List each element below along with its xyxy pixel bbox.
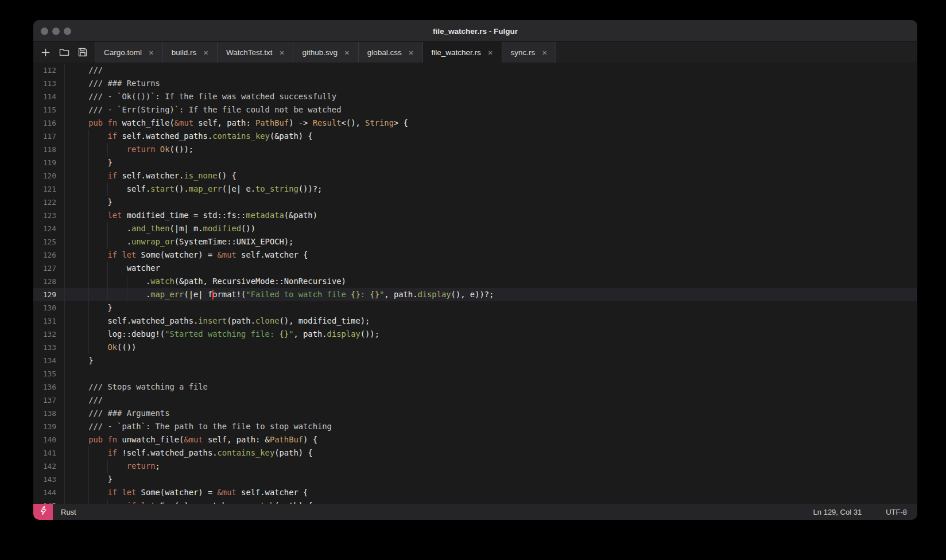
tab-close-icon[interactable]: ×	[149, 48, 154, 57]
code-line-127[interactable]: 127 watcher	[33, 262, 917, 275]
code-line-120[interactable]: 120 if self.watcher.is_none() {	[33, 169, 917, 182]
indent-guide	[88, 473, 89, 486]
line-number: 132	[33, 328, 65, 341]
code-line-123[interactable]: 123 let modified_time = std::fs::metadat…	[33, 209, 917, 222]
tab-file_watcher-rs[interactable]: file_watcher.rs×	[423, 42, 502, 63]
indent-guide	[88, 248, 89, 262]
language-label[interactable]: Rust	[61, 508, 76, 516]
tab-close-icon[interactable]: ×	[203, 48, 208, 57]
line-content: ///	[65, 394, 917, 407]
line-content: if let Some(watcher) = &mut self.watcher…	[65, 248, 917, 262]
line-content: ///	[65, 64, 917, 77]
tab-close-icon[interactable]: ×	[542, 48, 547, 57]
code-line-117[interactable]: 117 if self.watched_paths.contains_key(&…	[33, 130, 917, 143]
indent-guide	[88, 328, 89, 341]
line-content: log::debug!("Started watching file: {}",…	[65, 328, 917, 341]
line-content: /// ### Returns	[65, 77, 917, 90]
line-number: 131	[33, 314, 65, 328]
line-number: 141	[33, 446, 65, 460]
code-line-115[interactable]: 115 /// - `Err(String)`: If the file cou…	[33, 103, 917, 116]
code-line-130[interactable]: 130 }	[33, 301, 917, 314]
tab-github-svg[interactable]: github.svg×	[293, 42, 358, 63]
indent-guide	[88, 486, 89, 499]
indent-guide	[88, 262, 89, 275]
code-line-136[interactable]: 136 /// Stops watching a file	[33, 380, 917, 394]
code-line-128[interactable]: 128 .watch(&path, RecursiveMode::NonRecu…	[33, 275, 917, 288]
line-number: 116	[33, 116, 65, 130]
tab-label: sync.rs	[511, 48, 536, 57]
code-line-114[interactable]: 114 /// - `Ok(())`: If the file was watc…	[33, 90, 917, 103]
tab-close-icon[interactable]: ×	[280, 48, 285, 57]
open-file-button[interactable]	[59, 48, 69, 57]
code-line-137[interactable]: 137 ///	[33, 394, 917, 407]
tab-label: WatchTest.txt	[226, 48, 273, 57]
indent-guide	[88, 182, 89, 196]
tab-Cargo-toml[interactable]: Cargo.toml×	[95, 42, 163, 63]
indent-guide	[88, 196, 89, 209]
folder-open-icon	[59, 48, 69, 57]
cursor-position-label[interactable]: Ln 129, Col 31	[813, 508, 862, 516]
code-line-116[interactable]: 116 pub fn watch_file(&mut self, path: P…	[33, 116, 917, 130]
code-line-143[interactable]: 143 }	[33, 473, 917, 486]
code-line-131[interactable]: 131 self.watched_paths.insert(path.clone…	[33, 314, 917, 328]
code-line-145[interactable]: 145 if let Err(e) = watcher.unwatch(path…	[33, 499, 917, 504]
line-number: 115	[33, 103, 65, 116]
code-line-144[interactable]: 144 if let Some(watcher) = &mut self.wat…	[33, 486, 917, 499]
code-editor[interactable]: 112 ///113 /// ### Returns114 /// - `Ok(…	[33, 63, 917, 504]
code-line-134[interactable]: 134 }	[33, 354, 917, 367]
code-line-141[interactable]: 141 if !self.watched_paths.contains_key(…	[33, 446, 917, 460]
code-line-119[interactable]: 119 }	[33, 156, 917, 169]
tab-sync-rs[interactable]: sync.rs×	[502, 42, 557, 63]
code-line-138[interactable]: 138 /// ### Arguments	[33, 407, 917, 420]
language-badge[interactable]	[33, 504, 53, 520]
line-number: 113	[33, 77, 65, 90]
line-number: 134	[33, 354, 65, 367]
line-number: 137	[33, 394, 65, 407]
line-number: 121	[33, 182, 65, 196]
indent-guide	[88, 156, 89, 169]
line-content: let modified_time = std::fs::metadata(&p…	[65, 209, 917, 222]
line-number: 123	[33, 209, 65, 222]
tab-bar: Cargo.toml×build.rs×WatchTest.txt×github…	[33, 42, 917, 63]
line-content: /// ### Arguments	[65, 407, 917, 420]
line-number: 139	[33, 420, 65, 433]
code-line-126[interactable]: 126 if let Some(watcher) = &mut self.wat…	[33, 248, 917, 262]
save-file-button[interactable]	[78, 48, 87, 57]
line-content: /// - `Err(String)`: If the file could n…	[65, 103, 917, 116]
code-line-139[interactable]: 139 /// - `path`: The path to the file t…	[33, 420, 917, 433]
code-line-142[interactable]: 142 return;	[33, 460, 917, 473]
code-line-125[interactable]: 125 .unwrap_or(SystemTime::UNIX_EPOCH);	[33, 235, 917, 248]
line-number: 136	[33, 380, 65, 394]
code-line-129[interactable]: 129 .map_err(|e| format!("Failed to watc…	[33, 288, 917, 301]
tab-global-css[interactable]: global.css×	[359, 42, 423, 63]
code-line-133[interactable]: 133 Ok(())	[33, 341, 917, 354]
code-line-124[interactable]: 124 .and_then(|m| m.modified())	[33, 222, 917, 235]
code-line-135[interactable]: 135	[33, 367, 917, 380]
indent-guide	[88, 275, 89, 288]
line-number: 145	[33, 499, 65, 504]
code-line-113[interactable]: 113 /// ### Returns	[33, 77, 917, 90]
tab-WatchTest-txt[interactable]: WatchTest.txt×	[218, 42, 293, 63]
indent-guide	[107, 143, 108, 156]
line-content	[65, 367, 917, 380]
code-line-140[interactable]: 140 pub fn unwatch_file(&mut self, path:…	[33, 433, 917, 446]
code-line-121[interactable]: 121 self.start().map_err(|e| e.to_string…	[33, 182, 917, 196]
line-number: 133	[33, 341, 65, 354]
tab-build-rs[interactable]: build.rs×	[163, 42, 218, 63]
code-line-118[interactable]: 118 return Ok(());	[33, 143, 917, 156]
code-line-112[interactable]: 112 ///	[33, 64, 917, 77]
new-file-button[interactable]	[41, 48, 51, 57]
line-content: pub fn unwatch_file(&mut self, path: &Pa…	[65, 433, 917, 446]
tab-close-icon[interactable]: ×	[488, 48, 493, 57]
code-line-122[interactable]: 122 }	[33, 196, 917, 209]
window-title: file_watcher.rs - Fulgur	[33, 20, 917, 42]
tab-label: github.svg	[302, 48, 338, 57]
indent-guide	[88, 143, 89, 156]
encoding-label[interactable]: UTF-8	[886, 508, 907, 516]
tab-close-icon[interactable]: ×	[344, 48, 350, 57]
line-content: if let Some(watcher) = &mut self.watcher…	[65, 486, 917, 499]
line-number: 144	[33, 486, 65, 499]
tab-label: global.css	[367, 48, 402, 57]
code-line-132[interactable]: 132 log::debug!("Started watching file: …	[33, 328, 917, 341]
tab-close-icon[interactable]: ×	[409, 48, 414, 57]
